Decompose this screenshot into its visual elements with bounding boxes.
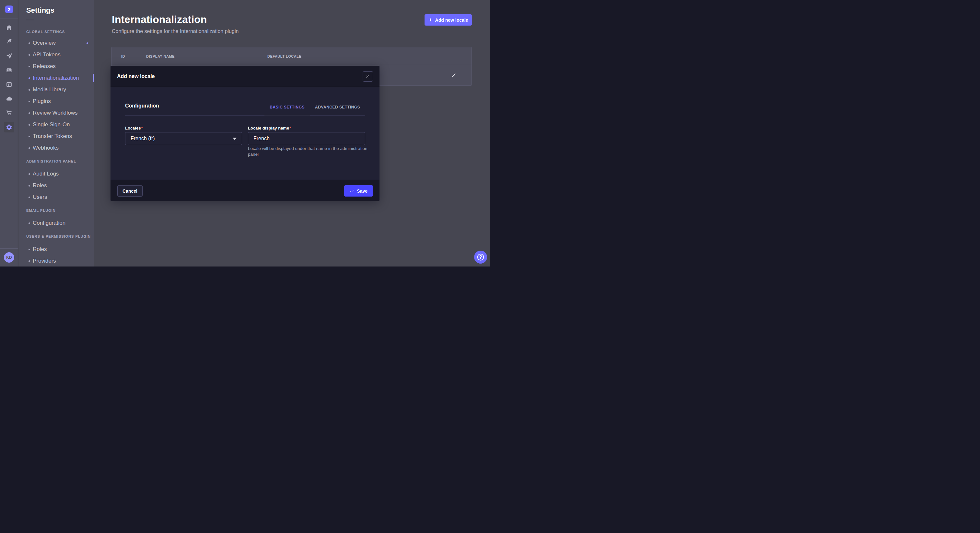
modal-close-button[interactable]	[363, 71, 373, 82]
locales-label: Locales*	[125, 125, 143, 132]
save-label: Save	[357, 189, 368, 194]
display-name-label: Locale display name*	[248, 125, 291, 132]
close-icon	[366, 75, 370, 78]
required-asterisk: *	[141, 125, 143, 130]
locales-select[interactable]: French (fr)	[125, 132, 242, 145]
save-button[interactable]: Save	[344, 185, 373, 197]
modal-header: Add new locale	[110, 66, 380, 87]
modal-title: Add new locale	[117, 66, 154, 87]
display-name-input[interactable]	[248, 132, 365, 145]
check-icon	[350, 189, 354, 194]
locales-select-value: French (fr)	[130, 132, 155, 145]
tabs-divider	[125, 115, 365, 116]
chevron-down-icon	[233, 138, 237, 140]
tab-basic-settings[interactable]: BASIC SETTINGS	[264, 102, 310, 116]
modal-footer: Cancel Save	[110, 180, 380, 201]
cancel-button[interactable]: Cancel	[117, 185, 143, 197]
required-asterisk: *	[289, 125, 291, 130]
modal-tabs: BASIC SETTINGS ADVANCED SETTINGS	[264, 102, 365, 116]
tab-advanced-settings[interactable]: ADVANCED SETTINGS	[310, 102, 365, 116]
display-name-hint: Locale will be displayed under that name…	[248, 146, 371, 157]
add-locale-modal: Add new locale Configuration BASIC SETTI…	[110, 66, 380, 201]
config-section-title: Configuration	[125, 102, 159, 110]
